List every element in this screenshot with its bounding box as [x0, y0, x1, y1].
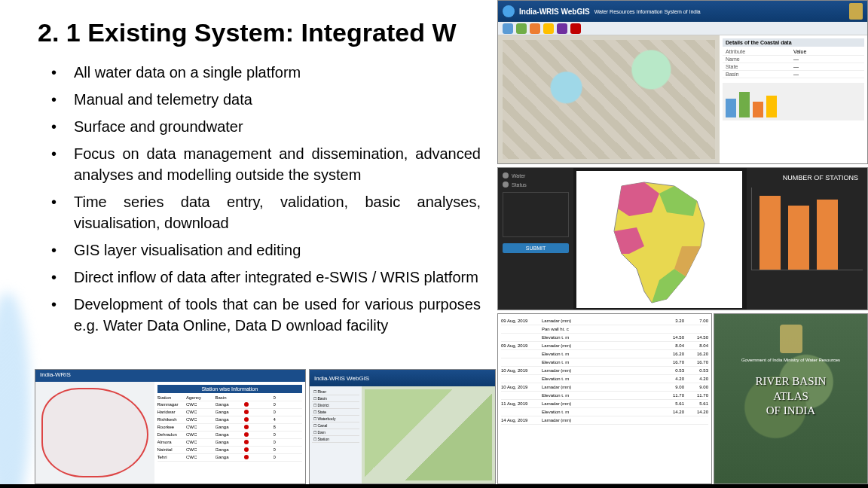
table-row: 14 Aug, 2019Lamadar (mm) — [501, 416, 708, 425]
bullet-text: All water data on a single platform — [74, 62, 301, 83]
b1-map-view — [35, 382, 154, 483]
dark-left-panel: Water Status SUBMIT — [498, 168, 573, 310]
table-row: 10 Aug, 2019Lamadar (mm)0.530.53 — [501, 367, 708, 375]
wris-subtitle: Water Resources Information System of In… — [594, 9, 701, 14]
toolbar-icon — [530, 23, 540, 34]
screenshot-spreadsheet: 09 Aug, 2019Lamadar (mm)3.207.00Pan wall… — [497, 313, 712, 484]
bullet-marker: • — [51, 191, 74, 233]
screenshot-wris-legacy: India-WRIS WebGIS ☐ River☐ Basin☐ Distri… — [309, 369, 496, 484]
atlas-title-line: OF INDIA — [714, 404, 867, 419]
table-row: 11 Aug, 2019Lamadar (mm)5.615.61 — [501, 400, 708, 408]
attr-value: — — [793, 64, 799, 69]
attr-label: Basin — [726, 72, 793, 77]
bullet-marker: • — [51, 116, 74, 137]
bullet-text: GIS layer visualisation and editing — [74, 239, 301, 261]
dark-bar-chart — [751, 188, 863, 270]
b2-header: India-WRIS WebGIS — [310, 370, 495, 386]
bullet-text: Focus on data management and disseminati… — [74, 143, 481, 185]
bullet-marker: • — [51, 294, 74, 336]
wris-logo-icon — [503, 5, 515, 17]
b1-table-header: Station wise Information — [157, 385, 302, 393]
bullet-text: Surface and groundwater — [74, 116, 243, 137]
screenshot-dark-dashboard: Water Status SUBMIT NUMBER OF STATIONS — [497, 167, 868, 310]
table-row: Elevation t. m11.7011.70 — [501, 392, 708, 400]
atlas-title-line: RIVER BASIN — [714, 374, 867, 389]
bullet-marker: • — [51, 143, 74, 185]
bullet-text: Development of tools that can be used fo… — [74, 294, 481, 336]
screenshot-station-map-table: India-WRIS Station wise Information Stat… — [35, 369, 306, 484]
dark-right-panel: NUMBER OF STATIONS — [747, 168, 867, 310]
left-item: Water — [512, 173, 525, 178]
india-choropleth-map — [576, 171, 742, 308]
b2-map-view — [362, 386, 495, 483]
attr-value: Value — [793, 49, 806, 54]
wris-map-view — [498, 35, 720, 163]
bullet-marker: • — [51, 89, 74, 110]
submit-button: SUBMIT — [503, 243, 569, 253]
b2-title: India-WRIS WebGIS — [314, 375, 369, 382]
bullet-list: •All water data on a single platform •Ma… — [51, 62, 481, 342]
table-row: 09 Aug, 2019Lamadar (mm)8.048.04 — [501, 342, 708, 350]
b1-table: Station wise Information StationAgencyBa… — [154, 382, 305, 483]
table-row: 10 Aug, 2019Lamadar (mm)9.009.00 — [501, 383, 708, 392]
table-row: 09 Aug, 2019Lamadar (mm)3.207.00 — [501, 317, 708, 325]
wris-side-header: Details of the Coastal data — [723, 38, 864, 47]
wris-bar-chart — [723, 83, 864, 120]
toolbar-icon — [543, 23, 554, 34]
emblem-icon — [849, 3, 863, 20]
bullet-marker: • — [51, 267, 74, 288]
bullet-text: Direct inflow of data after integrated e… — [74, 267, 478, 288]
table-row: Elevation t. m14.2014.20 — [501, 408, 708, 416]
attr-label: Name — [726, 56, 793, 62]
stations-label: NUMBER OF STATIONS — [783, 174, 858, 181]
bullet-text: Manual and telemetry data — [74, 89, 252, 110]
bullet-text: Time series data entry, validation, basi… — [74, 191, 481, 233]
status-dot-icon — [503, 181, 509, 188]
toolbar-icon — [516, 23, 527, 34]
b3-table: 09 Aug, 2019Lamadar (mm)3.207.00Pan wall… — [498, 314, 711, 428]
bullet-marker: • — [51, 62, 74, 83]
table-row: Elevation t. m4.204.20 — [501, 375, 708, 383]
wris-side-panel: Details of the Coastal data AttributeVal… — [720, 35, 867, 163]
input-box — [503, 192, 569, 237]
b2-layer-panel: ☐ River☐ Basin☐ District☐ State☐ Waterbo… — [310, 386, 362, 483]
screenshot-river-basin-atlas: Government of India Ministry of Water Re… — [714, 313, 868, 484]
bottom-strip — [0, 484, 868, 488]
toolbar-icon — [557, 23, 567, 34]
atlas-title-line: ATLAS — [714, 389, 867, 404]
atlas-title: RIVER BASIN ATLAS OF INDIA — [714, 374, 867, 419]
status-dot-icon — [503, 172, 509, 178]
wris-header: India-WRIS WebGIS Water Resources Inform… — [498, 1, 867, 22]
wris-toolbar — [498, 22, 867, 35]
slide-title: 2. 1 Existing System: Integrated W — [38, 18, 456, 47]
attr-label: Attribute — [726, 49, 793, 54]
left-item: Status — [512, 182, 527, 188]
table-row: Elevation t. m16.7016.70 — [501, 358, 708, 367]
wris-title: India-WRIS WebGIS — [519, 8, 590, 16]
toolbar-icon — [503, 23, 513, 34]
attr-label: State — [726, 64, 793, 69]
table-row: Elevation t. m14.5014.50 — [501, 334, 708, 342]
b1-header: India-WRIS — [35, 370, 305, 382]
bullet-marker: • — [51, 239, 74, 261]
background-accent — [0, 292, 30, 488]
toolbar-icon — [570, 23, 581, 34]
atlas-subtitle: Government of India Ministry of Water Re… — [714, 358, 867, 362]
table-row: Elevation t. m16.2016.20 — [501, 350, 708, 358]
govt-emblem-icon — [780, 325, 802, 353]
table-row: Pan wall ht. c — [501, 325, 708, 334]
attr-value: — — [793, 72, 799, 77]
screenshot-wris-webgis: India-WRIS WebGIS Water Resources Inform… — [497, 0, 868, 164]
attr-value: — — [793, 56, 799, 62]
